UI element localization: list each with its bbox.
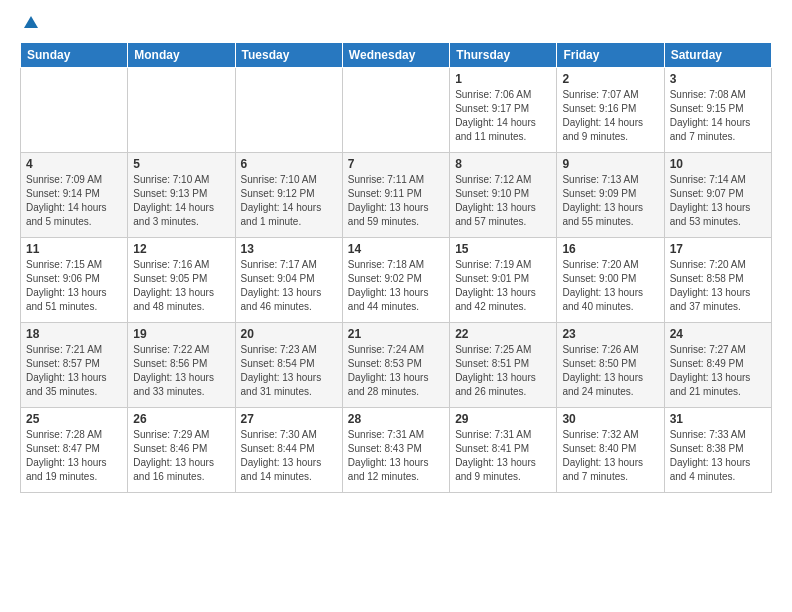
day-number: 17: [670, 242, 766, 256]
day-info: Sunrise: 7:12 AMSunset: 9:10 PMDaylight:…: [455, 173, 551, 229]
day-info: Sunrise: 7:16 AMSunset: 9:05 PMDaylight:…: [133, 258, 229, 314]
calendar-cell: 28Sunrise: 7:31 AMSunset: 8:43 PMDayligh…: [342, 408, 449, 493]
calendar-cell: 20Sunrise: 7:23 AMSunset: 8:54 PMDayligh…: [235, 323, 342, 408]
day-number: 22: [455, 327, 551, 341]
day-number: 28: [348, 412, 444, 426]
day-info: Sunrise: 7:19 AMSunset: 9:01 PMDaylight:…: [455, 258, 551, 314]
day-info: Sunrise: 7:26 AMSunset: 8:50 PMDaylight:…: [562, 343, 658, 399]
weekday-header-wednesday: Wednesday: [342, 43, 449, 68]
day-number: 4: [26, 157, 122, 171]
weekday-header-tuesday: Tuesday: [235, 43, 342, 68]
weekday-header-saturday: Saturday: [664, 43, 771, 68]
day-info: Sunrise: 7:11 AMSunset: 9:11 PMDaylight:…: [348, 173, 444, 229]
calendar-cell: [21, 68, 128, 153]
day-info: Sunrise: 7:33 AMSunset: 8:38 PMDaylight:…: [670, 428, 766, 484]
calendar-cell: 11Sunrise: 7:15 AMSunset: 9:06 PMDayligh…: [21, 238, 128, 323]
day-info: Sunrise: 7:24 AMSunset: 8:53 PMDaylight:…: [348, 343, 444, 399]
day-number: 2: [562, 72, 658, 86]
day-info: Sunrise: 7:30 AMSunset: 8:44 PMDaylight:…: [241, 428, 337, 484]
calendar-cell: [128, 68, 235, 153]
calendar-cell: 31Sunrise: 7:33 AMSunset: 8:38 PMDayligh…: [664, 408, 771, 493]
day-info: Sunrise: 7:08 AMSunset: 9:15 PMDaylight:…: [670, 88, 766, 144]
day-number: 8: [455, 157, 551, 171]
calendar-cell: 12Sunrise: 7:16 AMSunset: 9:05 PMDayligh…: [128, 238, 235, 323]
day-number: 21: [348, 327, 444, 341]
day-number: 29: [455, 412, 551, 426]
day-number: 9: [562, 157, 658, 171]
day-info: Sunrise: 7:18 AMSunset: 9:02 PMDaylight:…: [348, 258, 444, 314]
svg-marker-0: [24, 16, 38, 28]
day-number: 24: [670, 327, 766, 341]
day-number: 25: [26, 412, 122, 426]
calendar-cell: 6Sunrise: 7:10 AMSunset: 9:12 PMDaylight…: [235, 153, 342, 238]
day-number: 13: [241, 242, 337, 256]
day-info: Sunrise: 7:27 AMSunset: 8:49 PMDaylight:…: [670, 343, 766, 399]
day-number: 23: [562, 327, 658, 341]
weekday-header-friday: Friday: [557, 43, 664, 68]
calendar-cell: 9Sunrise: 7:13 AMSunset: 9:09 PMDaylight…: [557, 153, 664, 238]
day-info: Sunrise: 7:21 AMSunset: 8:57 PMDaylight:…: [26, 343, 122, 399]
calendar-cell: 30Sunrise: 7:32 AMSunset: 8:40 PMDayligh…: [557, 408, 664, 493]
calendar-cell: 8Sunrise: 7:12 AMSunset: 9:10 PMDaylight…: [450, 153, 557, 238]
weekday-header-sunday: Sunday: [21, 43, 128, 68]
calendar-cell: 14Sunrise: 7:18 AMSunset: 9:02 PMDayligh…: [342, 238, 449, 323]
day-number: 30: [562, 412, 658, 426]
day-info: Sunrise: 7:09 AMSunset: 9:14 PMDaylight:…: [26, 173, 122, 229]
calendar-cell: 4Sunrise: 7:09 AMSunset: 9:14 PMDaylight…: [21, 153, 128, 238]
calendar-cell: 18Sunrise: 7:21 AMSunset: 8:57 PMDayligh…: [21, 323, 128, 408]
day-info: Sunrise: 7:06 AMSunset: 9:17 PMDaylight:…: [455, 88, 551, 144]
day-info: Sunrise: 7:15 AMSunset: 9:06 PMDaylight:…: [26, 258, 122, 314]
calendar-week-row: 25Sunrise: 7:28 AMSunset: 8:47 PMDayligh…: [21, 408, 772, 493]
day-number: 3: [670, 72, 766, 86]
day-number: 26: [133, 412, 229, 426]
day-number: 7: [348, 157, 444, 171]
day-info: Sunrise: 7:31 AMSunset: 8:43 PMDaylight:…: [348, 428, 444, 484]
logo-icon: [22, 14, 40, 32]
page-header: [20, 16, 772, 32]
day-number: 18: [26, 327, 122, 341]
calendar-cell: 16Sunrise: 7:20 AMSunset: 9:00 PMDayligh…: [557, 238, 664, 323]
day-info: Sunrise: 7:20 AMSunset: 9:00 PMDaylight:…: [562, 258, 658, 314]
day-info: Sunrise: 7:20 AMSunset: 8:58 PMDaylight:…: [670, 258, 766, 314]
calendar-cell: 17Sunrise: 7:20 AMSunset: 8:58 PMDayligh…: [664, 238, 771, 323]
day-number: 14: [348, 242, 444, 256]
weekday-header-thursday: Thursday: [450, 43, 557, 68]
calendar-cell: 15Sunrise: 7:19 AMSunset: 9:01 PMDayligh…: [450, 238, 557, 323]
calendar-cell: 21Sunrise: 7:24 AMSunset: 8:53 PMDayligh…: [342, 323, 449, 408]
day-number: 6: [241, 157, 337, 171]
day-number: 5: [133, 157, 229, 171]
day-info: Sunrise: 7:13 AMSunset: 9:09 PMDaylight:…: [562, 173, 658, 229]
calendar-cell: 10Sunrise: 7:14 AMSunset: 9:07 PMDayligh…: [664, 153, 771, 238]
calendar-week-row: 11Sunrise: 7:15 AMSunset: 9:06 PMDayligh…: [21, 238, 772, 323]
day-info: Sunrise: 7:10 AMSunset: 9:13 PMDaylight:…: [133, 173, 229, 229]
calendar-cell: 24Sunrise: 7:27 AMSunset: 8:49 PMDayligh…: [664, 323, 771, 408]
day-number: 10: [670, 157, 766, 171]
calendar-cell: 1Sunrise: 7:06 AMSunset: 9:17 PMDaylight…: [450, 68, 557, 153]
weekday-header-row: SundayMondayTuesdayWednesdayThursdayFrid…: [21, 43, 772, 68]
calendar-week-row: 1Sunrise: 7:06 AMSunset: 9:17 PMDaylight…: [21, 68, 772, 153]
day-info: Sunrise: 7:07 AMSunset: 9:16 PMDaylight:…: [562, 88, 658, 144]
day-info: Sunrise: 7:31 AMSunset: 8:41 PMDaylight:…: [455, 428, 551, 484]
day-info: Sunrise: 7:10 AMSunset: 9:12 PMDaylight:…: [241, 173, 337, 229]
calendar-cell: 7Sunrise: 7:11 AMSunset: 9:11 PMDaylight…: [342, 153, 449, 238]
day-number: 1: [455, 72, 551, 86]
calendar-cell: 2Sunrise: 7:07 AMSunset: 9:16 PMDaylight…: [557, 68, 664, 153]
day-number: 16: [562, 242, 658, 256]
day-number: 20: [241, 327, 337, 341]
day-number: 19: [133, 327, 229, 341]
calendar-cell: 27Sunrise: 7:30 AMSunset: 8:44 PMDayligh…: [235, 408, 342, 493]
calendar-cell: 23Sunrise: 7:26 AMSunset: 8:50 PMDayligh…: [557, 323, 664, 408]
calendar-cell: [342, 68, 449, 153]
calendar-week-row: 18Sunrise: 7:21 AMSunset: 8:57 PMDayligh…: [21, 323, 772, 408]
day-info: Sunrise: 7:14 AMSunset: 9:07 PMDaylight:…: [670, 173, 766, 229]
calendar-cell: [235, 68, 342, 153]
day-info: Sunrise: 7:29 AMSunset: 8:46 PMDaylight:…: [133, 428, 229, 484]
calendar-cell: 25Sunrise: 7:28 AMSunset: 8:47 PMDayligh…: [21, 408, 128, 493]
day-number: 11: [26, 242, 122, 256]
weekday-header-monday: Monday: [128, 43, 235, 68]
calendar-cell: 22Sunrise: 7:25 AMSunset: 8:51 PMDayligh…: [450, 323, 557, 408]
day-number: 15: [455, 242, 551, 256]
day-info: Sunrise: 7:25 AMSunset: 8:51 PMDaylight:…: [455, 343, 551, 399]
day-info: Sunrise: 7:28 AMSunset: 8:47 PMDaylight:…: [26, 428, 122, 484]
day-info: Sunrise: 7:17 AMSunset: 9:04 PMDaylight:…: [241, 258, 337, 314]
